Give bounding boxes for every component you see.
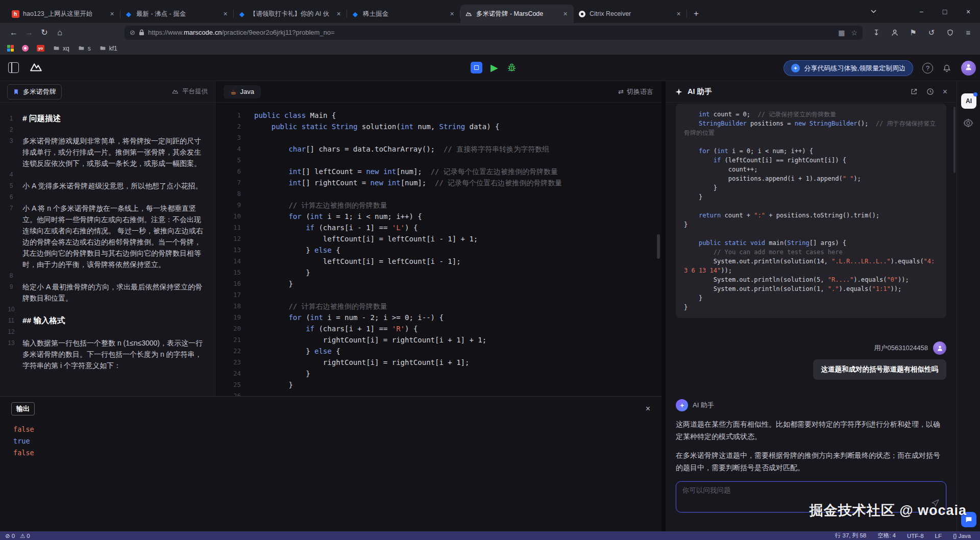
encoding[interactable]: UTF-8 <box>907 533 924 539</box>
new-tab-button[interactable]: + <box>689 7 703 21</box>
help-button[interactable]: ? <box>922 63 933 73</box>
user-avatar[interactable] <box>961 61 976 76</box>
problem-body[interactable]: 1# 问题描述23多米诺骨牌游戏规则非常简单，将骨牌按一定间距的尺寸排成单行，或… <box>0 103 215 371</box>
menu-button[interactable]: ≡ <box>963 27 974 38</box>
panel-resizer[interactable] <box>662 81 666 531</box>
output-tab[interactable]: 输出 <box>11 402 35 415</box>
indentation[interactable]: 空格: 4 <box>877 532 896 539</box>
tab-list-button[interactable] <box>862 0 885 23</box>
share-campaign-button[interactable]: 分享代码练习体验,领限量定制周边 <box>783 60 913 76</box>
ai-scrollbar[interactable] <box>953 107 955 173</box>
tab-close-icon[interactable]: × <box>448 10 456 18</box>
browser-tab[interactable]: 多米诺骨牌 - MarsCode× <box>460 5 574 23</box>
switch-language-button[interactable]: ⇄ 切换语言 <box>618 87 653 96</box>
ai-question-input[interactable] <box>682 486 925 494</box>
language-mode[interactable]: {}Java <box>953 533 971 539</box>
tab-title: 最新 - 沸点 - 掘金 <box>136 10 217 18</box>
code-line: 8 <box>215 188 662 200</box>
close-output-button[interactable]: × <box>646 404 650 413</box>
bookmark-folder[interactable]: kf1 <box>99 45 117 52</box>
code-line: 12 leftCount[i] = leftCount[i - 1] + 1; <box>215 233 662 244</box>
close-window-button[interactable]: × <box>957 0 980 23</box>
assistant-paragraph: 在多米诺骨牌这道题中，需要根据骨牌的推倒方向来判断最终的状态；而在成对括号的题目… <box>676 449 946 473</box>
bookmark-folder[interactable]: s <box>78 45 91 52</box>
browser-tab[interactable]: ◆【请领取打卡礼】你的 AI 伙× <box>234 5 347 23</box>
editor-scrollbar[interactable] <box>657 234 660 259</box>
swap-icon: ⇄ <box>618 88 624 95</box>
run-button[interactable]: ▶ <box>491 62 498 73</box>
browser-tab[interactable]: hhao123_上网从这里开始× <box>7 5 120 23</box>
bookmark-star-icon[interactable]: ☆ <box>851 29 857 37</box>
refresh-button[interactable]: ↻ <box>37 26 52 40</box>
security-button[interactable] <box>944 27 955 38</box>
downloads-button[interactable]: ↧ <box>871 27 882 38</box>
campaign-icon <box>791 64 800 72</box>
settings-button[interactable] <box>963 118 973 128</box>
minimize-button[interactable]: − <box>910 0 933 23</box>
cursor-position[interactable]: 行 37, 列 58 <box>835 532 866 539</box>
problem-line: 1# 问题描述 <box>0 113 207 124</box>
profile-button[interactable] <box>889 27 900 38</box>
user-name: 用户05631024458 <box>874 343 928 353</box>
problem-line: 4 <box>0 169 207 180</box>
code-text: rightCount[i] = rightCount[i + 1] + 1; <box>241 334 486 346</box>
bookmark-folder[interactable]: xq <box>53 45 69 52</box>
lock-icon <box>139 29 144 36</box>
tab-close-icon[interactable]: × <box>221 10 230 18</box>
tab-close-icon[interactable]: × <box>334 10 343 18</box>
code-line: 14 leftCount[i] = leftCount[i - 1]; <box>215 256 662 267</box>
maximize-button[interactable]: □ <box>933 0 957 23</box>
qr-code-icon[interactable]: ▦ <box>838 29 845 37</box>
warning-icon: ⚠ <box>20 532 25 539</box>
tab-close-icon[interactable]: × <box>674 10 683 18</box>
bookmarks-bar: yoxqskf1 <box>0 42 980 55</box>
problem-text: # 问题描述 <box>22 113 207 124</box>
debug-button[interactable] <box>506 62 517 73</box>
bookmark-favicon[interactable]: yo <box>37 45 44 52</box>
errors-indicator[interactable]: ⊘0 <box>5 532 15 539</box>
user-message-header: 用户05631024458 <box>676 341 946 355</box>
play-icon: ▶ <box>491 62 498 73</box>
minimize-icon: − <box>919 8 923 16</box>
warnings-indicator[interactable]: ⚠0 <box>20 532 30 539</box>
close-ai-panel-button[interactable]: × <box>943 87 947 96</box>
bookmark-favicon[interactable] <box>22 45 29 52</box>
notifications-button[interactable] <box>942 64 951 73</box>
ai-code-line: positions.append(i + 1).append(" "); <box>684 174 938 183</box>
home-button[interactable]: ⌂ <box>52 26 67 40</box>
browser-tab[interactable]: Citrix Receiver× <box>574 5 687 23</box>
watermark: 掘金技术社区 @ wocaia <box>810 501 967 520</box>
code-text: public class Main { <box>241 110 336 121</box>
back-button[interactable]: ← <box>6 26 21 40</box>
switch-language-label: 切换语言 <box>627 87 653 96</box>
code-text: } <box>241 267 310 278</box>
sidebar-toggle-icon[interactable] <box>8 62 19 73</box>
line-number: 7 <box>215 177 241 188</box>
forward-button[interactable]: → <box>21 26 37 40</box>
ai-sidebar-button[interactable]: AI <box>961 93 976 109</box>
browser-tab[interactable]: ◆最新 - 沸点 - 掘金× <box>120 5 234 23</box>
code-text: } <box>241 379 293 390</box>
tab-close-icon[interactable]: × <box>561 10 570 18</box>
eol-type[interactable]: LF <box>935 533 942 539</box>
browser-toolbar: ← → ↻ ⌂ ⊘ https://www.marscode.cn/practi… <box>0 23 980 42</box>
bookmark-favicon[interactable] <box>7 45 14 52</box>
run-controls: ▶ <box>471 62 517 73</box>
code-line: 1public class Main { <box>215 110 662 121</box>
address-bar[interactable]: ⊘ https://www.marscode.cn/practice/9eeor… <box>125 26 863 40</box>
tab-close-icon[interactable]: × <box>108 10 116 18</box>
debug-stop-button[interactable] <box>471 62 482 73</box>
error-count: 0 <box>12 533 15 539</box>
code-line: 24 } <box>215 368 662 379</box>
problem-title-chip[interactable]: 多米诺骨牌 <box>7 84 62 100</box>
chat-history-button[interactable] <box>926 88 934 95</box>
toolbar-actions: ↧ ⚑ ↺ ≡ <box>871 27 974 38</box>
site-info-icon[interactable]: ⊘ <box>130 29 135 36</box>
browser-tab[interactable]: ◆稀土掘金× <box>347 5 460 23</box>
language-tab[interactable]: ☕ Java <box>224 85 261 99</box>
open-in-new-button[interactable] <box>910 88 918 95</box>
history-button[interactable]: ↺ <box>926 27 937 38</box>
collections-button[interactable]: ⚑ <box>908 27 919 38</box>
problem-line: 8 <box>0 270 207 281</box>
open-in-new-icon <box>910 88 918 95</box>
